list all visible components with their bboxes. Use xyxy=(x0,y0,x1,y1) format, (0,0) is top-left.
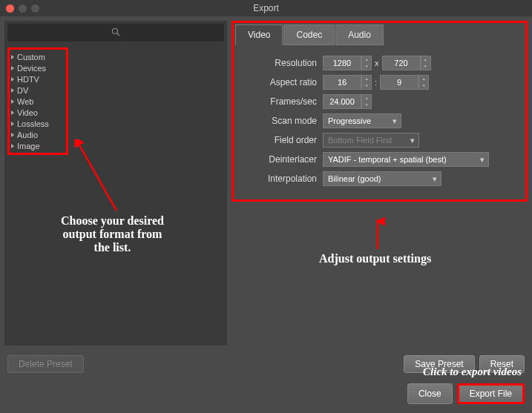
minimize-window-button[interactable] xyxy=(19,4,27,13)
aspect-width-spinner[interactable]: ▴▾ xyxy=(361,75,372,90)
aspect-height-spinner[interactable]: ▴▾ xyxy=(418,75,429,90)
deinterlacer-dropdown[interactable]: YADIF - temporal + spatial (best) xyxy=(323,152,489,167)
preset-item-lossless[interactable]: Lossless xyxy=(11,118,65,129)
chevron-right-icon xyxy=(11,66,14,70)
interpolation-label: Interpolation xyxy=(243,174,317,184)
aspect-label: Aspect ratio xyxy=(243,77,317,87)
chevron-right-icon xyxy=(11,144,14,148)
chevron-right-icon xyxy=(11,55,14,59)
preset-item-hdtv[interactable]: HDTV xyxy=(11,73,65,85)
preset-item-video[interactable]: Video xyxy=(11,107,65,118)
close-window-button[interactable] xyxy=(6,4,14,13)
deinterlacer-label: Deinterlacer xyxy=(243,154,317,165)
chevron-right-icon xyxy=(11,88,14,93)
tab-codec[interactable]: Codec xyxy=(283,24,335,45)
interpolation-dropdown[interactable]: Bilinear (good) xyxy=(323,171,441,186)
chevron-right-icon xyxy=(11,77,14,82)
delete-preset-button: Delete Preset xyxy=(7,355,84,373)
save-preset-button[interactable]: Save Preset xyxy=(404,355,474,373)
preset-item-custom[interactable]: Custom xyxy=(11,51,65,62)
tabs: Video Codec Audio xyxy=(235,24,524,45)
fieldorder-dropdown: Bottom Field First xyxy=(323,133,419,148)
fieldorder-label: Field order xyxy=(243,135,317,145)
resolution-height-spinner[interactable]: ▴▾ xyxy=(421,56,431,70)
preset-item-web[interactable]: Web xyxy=(11,96,65,107)
fps-spinner[interactable]: ▴▾ xyxy=(361,94,372,109)
close-button[interactable]: Close xyxy=(407,383,453,404)
svg-line-1 xyxy=(117,33,119,36)
preset-panel: Custom Devices HDTV DV Web Video Lossles… xyxy=(4,21,227,346)
preset-item-devices[interactable]: Devices xyxy=(11,62,65,73)
svg-point-0 xyxy=(113,28,118,33)
resolution-width-spinner[interactable]: ▴▾ xyxy=(361,56,372,70)
preset-item-audio[interactable]: Audio xyxy=(11,129,65,140)
fps-label: Frames/sec xyxy=(243,96,317,107)
scanmode-dropdown[interactable]: Progressive xyxy=(323,113,401,128)
tab-audio[interactable]: Audio xyxy=(335,24,384,45)
aspect-width-input[interactable] xyxy=(323,75,361,90)
search-icon xyxy=(111,27,120,39)
resolution-label: Resolution xyxy=(243,58,317,68)
export-file-button[interactable]: Export File xyxy=(457,383,525,404)
chevron-right-icon xyxy=(11,122,14,126)
preset-list: Custom Devices HDTV DV Web Video Lossles… xyxy=(7,47,68,155)
search-input[interactable] xyxy=(7,24,224,42)
preset-item-image[interactable]: Image xyxy=(11,140,65,151)
resolution-width-input[interactable] xyxy=(323,56,361,70)
titlebar: Export xyxy=(0,0,532,16)
scanmode-label: Scan mode xyxy=(243,116,317,126)
resolution-height-input[interactable] xyxy=(382,56,421,70)
settings-panel: Video Codec Audio Resolution ▴▾ x ▴▾ Asp… xyxy=(231,21,528,202)
maximize-window-button[interactable] xyxy=(31,4,39,13)
tab-video[interactable]: Video xyxy=(235,24,283,45)
chevron-right-icon xyxy=(11,110,14,115)
preset-item-dv[interactable]: DV xyxy=(11,85,65,96)
window-title: Export xyxy=(253,3,279,13)
aspect-height-input[interactable] xyxy=(380,75,418,90)
chevron-right-icon xyxy=(11,99,14,104)
reset-button[interactable]: Reset xyxy=(479,355,525,373)
chevron-right-icon xyxy=(11,133,14,137)
fps-input[interactable] xyxy=(323,94,361,109)
